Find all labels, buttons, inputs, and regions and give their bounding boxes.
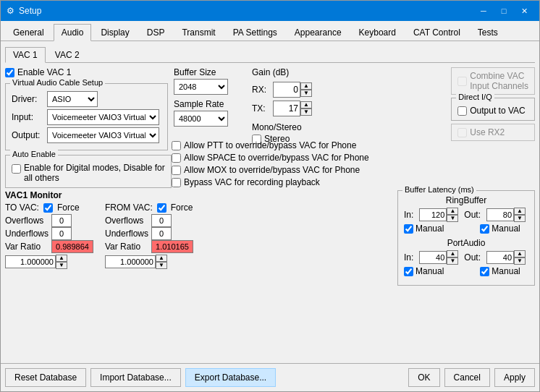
- cancel-button[interactable]: Cancel: [444, 368, 490, 387]
- pa-out-up[interactable]: ▲: [514, 250, 526, 257]
- driver-select[interactable]: ASIO WDM: [47, 91, 98, 107]
- main-tabs: General Audio Display DSP Transmit PA Se…: [1, 21, 539, 41]
- tx-gain-input[interactable]: [273, 101, 300, 116]
- sub-tab-vac1[interactable]: VAC 1: [5, 47, 46, 63]
- to-vac-mult-up[interactable]: ▲: [56, 255, 67, 262]
- tx-gain-up[interactable]: ▲: [300, 101, 312, 108]
- export-database-button[interactable]: Export Database...: [185, 368, 276, 387]
- output-to-vac-checkbox[interactable]: [457, 106, 467, 116]
- buffer-size-section: Buffer Size 512 1024 2048 4096: [174, 67, 246, 95]
- to-vac-varratio-row: Var Ratio 0.989864: [5, 240, 93, 253]
- auto-enable-label-text: Enable for Digital modes, Disable for al…: [24, 163, 165, 183]
- tab-general[interactable]: General: [5, 24, 52, 41]
- pa-out-down[interactable]: ▼: [514, 257, 526, 265]
- enable-vac1-label: Enable VAC 1: [17, 67, 72, 77]
- import-database-button[interactable]: Import Database...: [90, 368, 181, 387]
- from-vac-force-checkbox[interactable]: [157, 203, 166, 213]
- pa-in-input[interactable]: [419, 251, 447, 264]
- rb-in-manual-checkbox[interactable]: [404, 224, 413, 234]
- rb-out-manual-checkbox[interactable]: [480, 224, 489, 234]
- pa-in-down[interactable]: ▼: [447, 257, 458, 265]
- from-underflows-value: 0: [151, 227, 172, 240]
- to-vac-overflows-row: Overflows 0: [5, 214, 93, 227]
- tx-label: TX:: [252, 103, 270, 114]
- from-varratio-value: 1.010165: [151, 240, 193, 253]
- from-vac-underflows-row: Underflows 0: [105, 227, 193, 240]
- tab-appearance[interactable]: Appearance: [287, 24, 350, 41]
- rx-gain-input[interactable]: [273, 82, 300, 98]
- space-label: Allow SPACE to override/bypass VAC for P…: [184, 153, 369, 163]
- close-button[interactable]: ✕: [515, 4, 533, 18]
- output-to-vac-label: Output to VAC: [470, 106, 525, 116]
- bypass-checkbox[interactable]: [172, 178, 181, 187]
- pa-in-manual-checkbox[interactable]: [404, 267, 413, 276]
- tab-audio[interactable]: Audio: [54, 24, 92, 41]
- apply-button[interactable]: Apply: [494, 368, 535, 387]
- from-vac-multiplier-input[interactable]: [105, 255, 156, 268]
- title-bar: ⚙ Setup ─ □ ✕: [1, 1, 539, 21]
- rb-out-input[interactable]: [486, 208, 514, 221]
- tx-gain-down[interactable]: ▼: [300, 108, 312, 116]
- pa-out-manual-checkbox[interactable]: [480, 267, 489, 276]
- rx-gain-up[interactable]: ▲: [300, 82, 312, 90]
- virtual-audio-cable-group: Virtual Audio Cable Setup Driver: ASIO W…: [5, 83, 168, 150]
- pa-in-label: In:: [404, 252, 413, 263]
- pa-in-up[interactable]: ▲: [447, 250, 458, 257]
- vcable-group-label: Virtual Audio Cable Setup: [10, 78, 105, 87]
- mox-checkbox[interactable]: [172, 166, 181, 175]
- bypass-row: Bypass VAC for recording playback: [172, 177, 535, 187]
- minimize-button[interactable]: ─: [474, 4, 493, 18]
- output-label: Output:: [12, 130, 44, 140]
- input-select[interactable]: Voicemeeter VAIO3 Virtual A: [47, 109, 159, 125]
- tab-keyboard[interactable]: Keyboard: [351, 24, 404, 41]
- combine-vac-checkbox[interactable]: [457, 77, 467, 86]
- tab-dsp[interactable]: DSP: [139, 24, 173, 41]
- sub-tab-vac2[interactable]: VAC 2: [47, 47, 88, 62]
- tab-cat-control[interactable]: CAT Control: [405, 24, 468, 41]
- ptt-label: Allow PTT to override/bypass VAC for Pho…: [184, 140, 356, 150]
- to-vac-underflows-row: Underflows 0: [5, 227, 93, 240]
- tab-tests[interactable]: Tests: [470, 24, 506, 41]
- maximize-button[interactable]: □: [494, 4, 513, 18]
- bypass-label: Bypass VAC for recording playback: [184, 177, 320, 187]
- direct-iq-group-label: Direct I/Q: [456, 93, 494, 101]
- underflows-label: Underflows: [5, 229, 48, 239]
- reset-database-button[interactable]: Reset Database: [5, 368, 86, 387]
- to-vac-force-checkbox[interactable]: [43, 203, 53, 213]
- rb-in-input[interactable]: [419, 208, 447, 221]
- setup-window: ⚙ Setup ─ □ ✕ General Audio Display DSP …: [0, 0, 540, 392]
- footer-buttons: Reset Database Import Database... Export…: [1, 363, 539, 391]
- to-vac-force-label: Force: [57, 203, 80, 213]
- from-vac-mult-down[interactable]: ▼: [156, 262, 167, 269]
- use-rx2-checkbox[interactable]: [457, 128, 467, 137]
- auto-enable-checkbox[interactable]: [12, 164, 21, 174]
- to-vac-mult-down[interactable]: ▼: [56, 262, 67, 269]
- enable-vac1-row: Enable VAC 1: [5, 67, 168, 77]
- buffer-latency-label: Buffer Latency (ms): [402, 185, 476, 194]
- output-select[interactable]: Voicemeeter VAIO3 Virtual A: [47, 127, 159, 143]
- space-checkbox[interactable]: [172, 153, 181, 163]
- buffer-size-select[interactable]: 512 1024 2048 4096: [174, 79, 228, 95]
- pa-out-input[interactable]: [486, 251, 514, 264]
- sample-rate-select[interactable]: 44100 48000 96000: [174, 111, 228, 127]
- rb-in-up[interactable]: ▲: [447, 208, 458, 215]
- tab-display[interactable]: Display: [93, 24, 137, 41]
- rx-label: RX:: [252, 85, 270, 95]
- pa-out-manual-label: Manual: [492, 266, 520, 276]
- tab-transmit[interactable]: Transmit: [174, 24, 223, 41]
- buffer-latency-group: Buffer Latency (ms) RingBuffer In: ▲ ▼: [397, 190, 535, 286]
- rx-gain-down[interactable]: ▼: [300, 90, 312, 97]
- ok-button[interactable]: OK: [408, 368, 439, 387]
- rb-in-down[interactable]: ▼: [447, 215, 458, 222]
- buffer-size-label: Buffer Size: [174, 67, 246, 77]
- pa-in-manual-label: Manual: [415, 266, 444, 276]
- overflows-value: 0: [51, 214, 72, 227]
- ptt-checkbox[interactable]: [172, 141, 181, 150]
- from-vac-mult-up[interactable]: ▲: [156, 255, 167, 262]
- driver-label: Driver:: [12, 94, 44, 104]
- tab-pa-settings[interactable]: PA Settings: [225, 24, 285, 41]
- rb-out-up[interactable]: ▲: [514, 208, 526, 215]
- rb-out-down[interactable]: ▼: [514, 215, 526, 222]
- to-vac-multiplier-input[interactable]: [5, 255, 56, 268]
- enable-vac1-checkbox[interactable]: [5, 68, 14, 77]
